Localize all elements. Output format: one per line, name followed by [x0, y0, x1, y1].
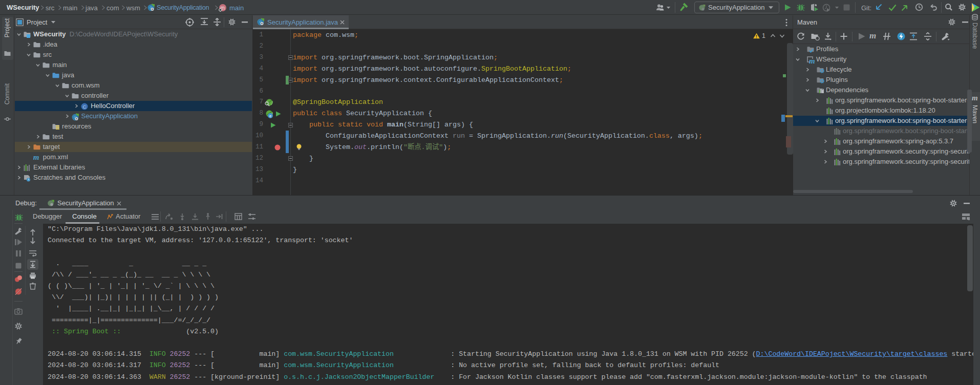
- svg-text:C: C: [83, 104, 87, 110]
- svg-text:e: e: [269, 114, 271, 118]
